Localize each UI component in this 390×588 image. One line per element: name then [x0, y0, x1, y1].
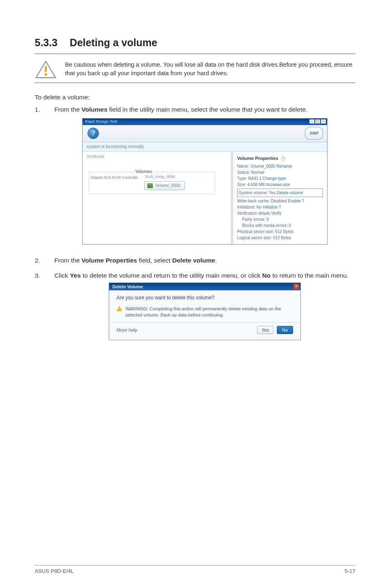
volumes-legend: Volumes	[134, 169, 154, 175]
vp-increase-link[interactable]: Increase size	[266, 182, 290, 187]
vp-init: Initialized: No	[237, 205, 262, 209]
step-3-text-e: to return to the main menu.	[271, 272, 348, 279]
step-2-text-a: From the	[54, 257, 81, 264]
vp-sysvol: System volume: Yes	[239, 191, 276, 195]
dialog-separator	[109, 322, 300, 323]
step-1: From the Volumes field in the utility ma…	[35, 105, 355, 245]
vp-rename-link[interactable]: Rename	[276, 164, 292, 168]
maximize-icon[interactable]: ▢	[315, 119, 320, 123]
volume-properties-header: Volume Properties	[237, 156, 278, 161]
volumes-groupbox: Volumes Chipset SAS RAID Controller SAS_…	[88, 172, 215, 194]
help-icon[interactable]: ?	[87, 128, 99, 139]
step-2-text-c: field, select	[137, 257, 172, 264]
step-2-bold-1: Volume Properties	[81, 257, 137, 264]
app-window: Rapid Storage Tech – ▢ × ? intel system …	[82, 118, 327, 245]
footer-right: 5-17	[345, 568, 355, 574]
intel-logo: intel	[305, 127, 323, 140]
dialog-warning-text: WARNING: Completing this action will per…	[126, 306, 293, 319]
vp-size: Size: 4,608 MB	[237, 182, 265, 187]
vp-parity: Parity errors: 0	[242, 216, 323, 222]
intro-text: To delete a volume:	[35, 94, 355, 101]
step-1-text-a: From the	[54, 106, 81, 113]
step-2: From the Volume Properties field, select…	[35, 256, 355, 265]
callout-rule	[35, 83, 355, 83]
app-title-text: Rapid Storage Tech	[85, 119, 117, 123]
step-2-bold-2: Delete volume	[172, 257, 215, 264]
svg-rect-1	[45, 66, 47, 72]
vp-lsec: Logical sector size: 512 Bytes	[237, 235, 323, 241]
delete-volume-dialog: Delete Volume × Are you sure you want to…	[109, 283, 301, 340]
step-1-text-c: field in the utility main menu, select t…	[108, 106, 307, 113]
status-strip: system is functioning normally.	[83, 142, 327, 151]
heading-rule	[35, 54, 355, 54]
vp-name: Name: Volume_0000	[237, 164, 275, 168]
dialog-close-icon[interactable]: ×	[294, 284, 299, 289]
yes-button[interactable]: Yes	[257, 326, 273, 334]
dialog-titlebar: Delete Volume ×	[109, 283, 300, 290]
vp-change-type-link[interactable]: Change type	[262, 176, 286, 181]
no-button[interactable]: No	[277, 326, 293, 334]
vp-wbcache: Write-back cache: Disabled	[237, 199, 287, 203]
app-toolbar: ? intel	[83, 125, 327, 142]
vp-status: Status: Normal	[237, 169, 323, 175]
volume-properties-pane: Volume Properties ? Name: Volume_0000 Re…	[233, 152, 327, 245]
vp-type: Type: RAID 1	[237, 176, 261, 181]
vp-delete-volume-link[interactable]: Delete volume	[277, 191, 303, 195]
volume-chip[interactable]: Volume_0000	[144, 181, 185, 191]
warning-triangle-icon	[35, 60, 57, 79]
step-3-text-a: Click	[54, 272, 70, 279]
section-title: Deleting a volume	[70, 37, 157, 49]
vp-psec: Physical sector size: 512 Bytes	[237, 229, 323, 235]
warning-icon	[117, 306, 122, 311]
dialog-more-help-link[interactable]: More help	[117, 327, 137, 334]
callout-text: Be cautious when deleting a volume. You …	[65, 60, 355, 78]
footer-left: ASUS P9D-E/4L	[35, 568, 74, 574]
app-titlebar: Rapid Storage Tech – ▢ ×	[83, 119, 327, 125]
dialog-title-text: Delete Volume	[112, 284, 143, 289]
step-3-bold-1: Yes	[70, 272, 81, 279]
vp-init-link[interactable]: Initialize	[263, 205, 278, 209]
step-3-text-c: to delete the volume and return to the u…	[81, 272, 262, 279]
controller-label: Chipset SAS RAID Controller	[90, 174, 139, 180]
section-number: 5.3.3	[35, 37, 58, 49]
svg-point-2	[45, 73, 47, 76]
step-3-bold-2: No	[262, 272, 271, 279]
help-badge-icon[interactable]: ?	[281, 156, 286, 161]
help-badge-icon-3[interactable]: ?	[279, 205, 281, 209]
step-3: Click Yes to delete the volume and retur…	[35, 271, 355, 341]
step-1-bold: Volumes	[81, 106, 107, 113]
help-badge-icon-2[interactable]: ?	[302, 199, 304, 203]
vp-verify-link[interactable]: Verify	[271, 211, 281, 215]
volume-chip-label: Volume_0000	[155, 183, 180, 189]
dialog-question: Are you sure you want to delete this vol…	[117, 294, 293, 301]
vp-verif: Verification details	[237, 211, 270, 215]
minimize-icon[interactable]: –	[309, 119, 314, 123]
vp-wb-enable-link[interactable]: Enable	[288, 199, 300, 203]
close-icon[interactable]: ×	[321, 119, 326, 123]
vp-blocks: Blocks with media errors: 0	[242, 222, 323, 229]
storage-label: STORAGE	[87, 154, 227, 159]
step-2-text-e: .	[215, 257, 217, 264]
volume-icon	[147, 183, 153, 188]
left-pane: STORAGE Volumes Chipset SAS RAID Control…	[83, 152, 231, 245]
